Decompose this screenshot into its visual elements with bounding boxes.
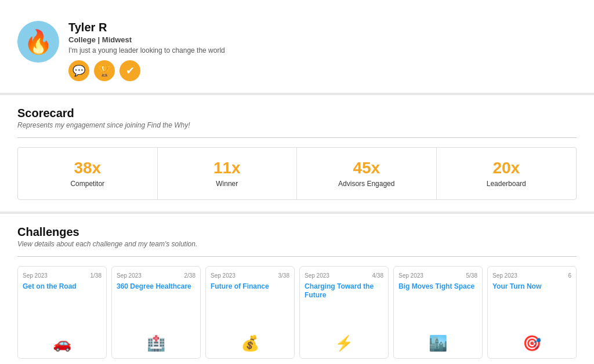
scorecard-item-advisors: 45x Advisors Engaged (297, 148, 437, 199)
scorecard-value-advisors: 45x (303, 159, 430, 177)
challenge-meta-3: Sep 2023 3/38 (211, 272, 289, 279)
challenge-icon-3: 💰 (211, 334, 289, 352)
challenge-icon-2: 🏥 (117, 334, 195, 352)
challenges-divider (17, 256, 577, 257)
scorecard-value-competitor: 38x (24, 159, 151, 177)
scorecard-section: Scorecard Represents my engagement since… (17, 95, 577, 212)
avatar: 🔥 (17, 21, 59, 63)
challenge-title-5: Big Moves Tight Space (399, 282, 477, 292)
challenge-position-6: 6 (568, 272, 571, 279)
profile-section: 🔥 Tyler R College | Midwest I'm just a y… (17, 12, 577, 93)
scorecard-subtitle: Represents my engagement since joining F… (17, 121, 577, 129)
challenge-title-2: 360 Degree Healthcare (117, 282, 195, 292)
challenge-title-3: Future of Finance (211, 282, 289, 292)
challenges-title: Challenges (17, 225, 577, 239)
challenge-icon-6: 🎯 (492, 334, 571, 352)
profile-bio: I'm just a young leader looking to chang… (68, 46, 225, 54)
trophy-icon-button[interactable]: 🏆 (94, 60, 115, 81)
scorecard-item-competitor: 38x Competitor (18, 148, 158, 199)
challenge-meta-1: Sep 2023 1/38 (23, 272, 102, 279)
challenge-meta-5: Sep 2023 5/38 (399, 272, 477, 279)
challenge-date-4: Sep 2023 (305, 272, 329, 279)
profile-action-icons: 💬 🏆 ✔ (68, 60, 225, 81)
challenge-position-5: 5/38 (466, 272, 477, 279)
challenge-card-3[interactable]: Sep 2023 3/38 Future of Finance 💰 (205, 266, 295, 359)
scorecard-grid: 38x Competitor 11x Winner 45x Advisors E… (17, 147, 577, 200)
challenge-title-1: Get on the Road (23, 282, 102, 292)
scorecard-title: Scorecard (17, 107, 577, 120)
challenge-position-2: 2/38 (184, 272, 195, 279)
profile-info: Tyler R College | Midwest I'm just a you… (68, 21, 225, 81)
challenge-card-2[interactable]: Sep 2023 2/38 360 Degree Healthcare 🏥 (111, 266, 201, 359)
challenges-section: Challenges View details about each chall… (17, 214, 577, 364)
avatar-emoji: 🔥 (24, 30, 53, 53)
challenge-meta-6: Sep 2023 6 (492, 272, 571, 279)
scorecard-label-advisors: Advisors Engaged (303, 180, 430, 188)
challenge-card-5[interactable]: Sep 2023 5/38 Big Moves Tight Space 🏙️ (393, 266, 483, 359)
challenge-date-2: Sep 2023 (117, 272, 142, 279)
challenge-icon-5: 🏙️ (399, 334, 477, 352)
scorecard-item-winner: 11x Winner (158, 148, 298, 199)
challenge-position-4: 4/38 (372, 272, 383, 279)
scorecard-label-leaderboard: Leaderboard (443, 180, 571, 188)
challenge-date-3: Sep 2023 (211, 272, 236, 279)
challenge-icon-1: 🚗 (23, 334, 102, 352)
challenges-subtitle: View details about each challenge and my… (17, 240, 577, 248)
challenge-title-4: Charging Toward the Future (305, 282, 383, 300)
challenge-icon-4: ⚡ (305, 334, 383, 352)
challenge-date-5: Sep 2023 (399, 272, 423, 279)
challenge-card-6[interactable]: Sep 2023 6 Your Turn Now 🎯 (487, 266, 577, 359)
scorecard-value-leaderboard: 20x (443, 159, 571, 177)
challenge-card-4[interactable]: Sep 2023 4/38 Charging Toward the Future… (299, 266, 389, 359)
chat-icon-button[interactable]: 💬 (68, 60, 89, 81)
challenges-grid: Sep 2023 1/38 Get on the Road 🚗 Sep 2023… (17, 266, 577, 359)
check-icon-button[interactable]: ✔ (119, 60, 140, 81)
challenge-date-1: Sep 2023 (23, 272, 48, 279)
scorecard-item-leaderboard: 20x Leaderboard (437, 148, 577, 199)
challenge-title-6: Your Turn Now (492, 282, 571, 292)
challenge-card-1[interactable]: Sep 2023 1/38 Get on the Road 🚗 (17, 266, 107, 359)
profile-name: Tyler R (68, 21, 225, 34)
challenge-position-3: 3/38 (278, 272, 289, 279)
scorecard-divider (17, 137, 577, 138)
scorecard-label-competitor: Competitor (24, 180, 151, 188)
challenge-meta-4: Sep 2023 4/38 (305, 272, 383, 279)
challenge-meta-2: Sep 2023 2/38 (117, 272, 195, 279)
profile-subtitle: College | Midwest (68, 35, 225, 44)
challenge-date-6: Sep 2023 (492, 272, 517, 279)
scorecard-value-winner: 11x (164, 159, 291, 177)
challenge-position-1: 1/38 (90, 272, 102, 279)
scorecard-label-winner: Winner (164, 180, 291, 188)
